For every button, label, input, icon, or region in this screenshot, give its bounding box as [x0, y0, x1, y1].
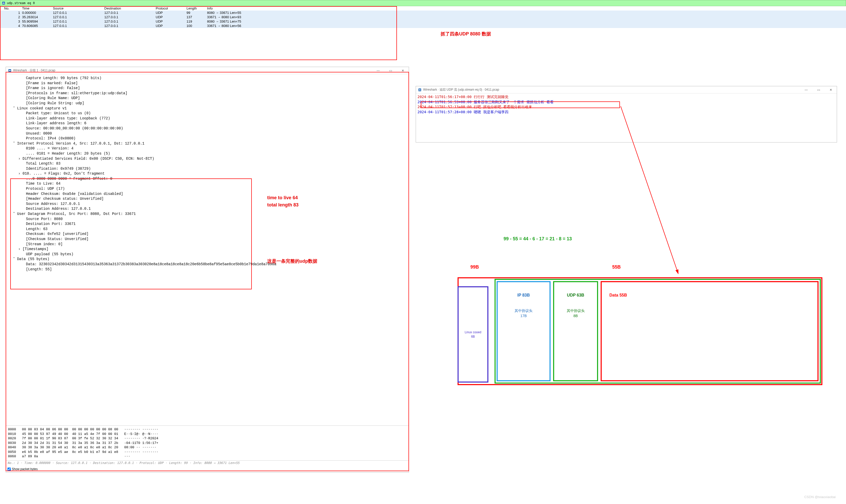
detail-line[interactable]: [Coloring Rule Name: UDP] [8, 96, 407, 101]
annotation-len: total length 83 [267, 202, 299, 208]
detail-line[interactable]: .... 0101 = Header Length: 20 bytes (5) [8, 151, 407, 156]
detail-line[interactable]: Identification: 0x9749 (38729) [8, 166, 407, 172]
detail-line[interactable]: Destination Port: 33671 [8, 221, 407, 227]
detail-line[interactable]: Destination Address: 127.0.0.1 [8, 206, 407, 212]
hex-row[interactable]: 0050 e6 b5 8b e8 af 95 e5 ae 8c e5 b0 b1… [8, 450, 407, 454]
detail-line[interactable]: Packet type: Unicast to us (0) [8, 111, 407, 116]
detail-line[interactable]: [Frame is ignored: False] [8, 86, 407, 91]
wireshark-icon [8, 69, 12, 72]
follow-stream-line[interactable]: 2024-04-11T01:57:28+08:00 嗯嗯 我是客户端李四 [418, 110, 835, 115]
diag-box-ip: IP 83B 其中协议头 17B [497, 281, 550, 381]
follow-stream-line[interactable]: 2024-04-11T01:56:17+08:00 行行行 测试完就睡觉 [418, 94, 835, 100]
diag-label-55: 55B [612, 265, 621, 270]
detail-line[interactable]: UDP payload (55 bytes) [8, 252, 407, 257]
detail-line[interactable]: › 010. .... = Flags: 0x2, Don't fragment [8, 171, 407, 176]
wireshark-icon [418, 88, 422, 92]
packet-list-header: No. Time Source Destination Protocol Len… [0, 6, 846, 11]
show-packet-bytes-checkbox[interactable] [7, 468, 11, 471]
hex-dump-pane[interactable]: 0000 00 00 03 04 00 06 00 00 00 00 00 00… [6, 426, 409, 460]
detail-line[interactable]: Source Address: 127.0.0.1 [8, 201, 407, 207]
minimize-button[interactable]: — [802, 88, 810, 92]
packet-row[interactable]: 235.263014127.0.0.1127.0.0.1UDP13733671 … [0, 15, 846, 19]
window-title: Wireshark · 追踪 UDP 流 (udp.stream eq 0) ·… [423, 88, 499, 92]
follow-udp-stream-window[interactable]: Wireshark · 追踪 UDP 流 (udp.stream eq 0) ·… [416, 86, 837, 143]
detail-line[interactable]: [Stream index: 0] [8, 242, 407, 247]
annotation-packets: 抓了四条UDP 8080 数据 [441, 31, 491, 37]
detail-line[interactable]: Header Checksum: 0xa54e [validation disa… [8, 192, 407, 197]
detail-line[interactable]: ˅ User Datagram Protocol, Src Port: 8080… [8, 212, 407, 217]
detail-line[interactable]: [Length: 55] [8, 267, 407, 272]
maximize-button[interactable]: ▭ [387, 69, 394, 72]
col-length[interactable]: Length [187, 6, 207, 10]
hex-row[interactable]: 0000 00 00 03 04 00 06 00 00 00 00 00 00… [8, 427, 407, 432]
hex-row[interactable]: 0030 2d 30 34 2d 31 31 54 30 31 3a 35 36… [8, 441, 407, 446]
diag-label-99: 99B [471, 265, 479, 270]
detail-line[interactable]: Length: 63 [8, 227, 407, 232]
detail-line[interactable]: Source: 00:00:00_00:00:00 (00:00:00:00:0… [8, 126, 407, 131]
detail-line[interactable]: Source Port: 8080 [8, 217, 407, 222]
detail-line[interactable]: Checksum: 0xfe52 [unverified] [8, 232, 407, 237]
hex-row[interactable]: 0010 45 00 00 53 97 49 40 00 40 11 a5 4e… [8, 432, 407, 436]
detail-line[interactable]: Unused: 0000 [8, 131, 407, 136]
detail-line[interactable]: [Protocols in frame: sll:ethertype:ip:ud… [8, 91, 407, 96]
follow-stream-line[interactable]: 2024-04-11T01:57:13+08:00 行吧 抓包分析吧 看看能分析… [418, 105, 835, 110]
packet-details-window[interactable]: Wireshark · 分组 1 · 0411.pcap — ▭ ✕ Captu… [6, 67, 409, 472]
annotation-ttl: time to live 64 [267, 195, 298, 200]
detail-line[interactable]: 0100 .... = Version: 4 [8, 146, 407, 151]
detail-line[interactable]: ˅ Data (55 bytes) [8, 257, 407, 262]
detail-line[interactable]: Time to Live: 64 [8, 181, 407, 186]
detail-line[interactable]: Protocol: IPv4 (0x0800) [8, 136, 407, 141]
detail-line[interactable]: ˅ Internet Protocol Version 4, Src: 127.… [8, 141, 407, 146]
hex-row[interactable]: 0060 a7 89 0a ··· [8, 454, 407, 459]
packet-structure-diagram: 99B 55B Linux cooed 6B IP 83B 其中协议头 17B … [458, 277, 825, 388]
col-time[interactable]: Time [22, 6, 53, 10]
show-packet-bytes-row[interactable]: Show packet bytes [6, 466, 409, 472]
detail-line[interactable]: › Differentiated Services Field: 0x00 (D… [8, 156, 407, 162]
detail-line[interactable]: ˅ Linux cooked capture v1 [8, 106, 407, 111]
wireshark-icon [2, 1, 5, 5]
detail-line[interactable]: [Checksum Status: Unverified] [8, 237, 407, 242]
col-proto[interactable]: Protocol [156, 6, 187, 10]
display-filter-bar[interactable] [0, 0, 846, 6]
packet-row[interactable]: 470.606085127.0.0.1127.0.0.1UDP10033671 … [0, 24, 846, 28]
col-dest[interactable]: Destination [104, 6, 156, 10]
detail-line[interactable]: Link-layer address length: 6 [8, 121, 407, 126]
follow-stream-content[interactable]: 2024-04-11T01:56:17+08:00 行行行 测试完就睡觉2024… [416, 93, 837, 115]
hex-row[interactable]: 0040 30 38 3a 30 30 20 e8 a1 8c e8 a1 8c… [8, 445, 407, 450]
hex-row[interactable]: 0020 7f 00 00 01 1f 90 83 87 00 3f fe 52… [8, 436, 407, 441]
follow-stream-line[interactable]: 2024-04-11T01:56:53+08:00 服务器张三刚刚又来了一个需求… [418, 100, 835, 105]
detail-line[interactable]: [Header checksum status: Unverified] [8, 196, 407, 201]
display-filter-input[interactable] [7, 1, 844, 5]
annotation-udp: 这是一条完整的udp数据 [267, 258, 317, 264]
packet-row[interactable]: 355.909594127.0.0.1127.0.0.1UDP1198080 →… [0, 19, 846, 24]
detail-line[interactable]: › [Timestamps] [8, 247, 407, 252]
col-info[interactable]: Info [207, 6, 842, 10]
window-controls: — ▭ ✕ [802, 88, 835, 92]
window-controls: — ▭ ✕ [374, 69, 407, 72]
detail-line[interactable]: Data: 323032342d30342d31315430313a35363a… [8, 262, 407, 267]
close-button[interactable]: ✕ [399, 69, 407, 72]
packet-row[interactable]: 10.000000127.0.0.1127.0.0.1UDP998080 → 3… [0, 11, 846, 15]
detail-line[interactable]: [Frame is marked: False] [8, 81, 407, 86]
detail-line[interactable]: Link-layer address type: Loopback (772) [8, 116, 407, 121]
detail-line[interactable]: [Coloring Rule String: udp] [8, 101, 407, 106]
status-bar: No.: 1 · Time: 0.000000 · Source: 127.0.… [6, 460, 409, 466]
watermark: CSDN @txiaoxiaobai [805, 495, 836, 499]
calc-expression: 99 - 55 = 44 - 6 - 17 = 21 - 8 = 13 [504, 236, 572, 241]
minimize-button[interactable]: — [374, 69, 382, 72]
packet-list[interactable]: No. Time Source Destination Protocol Len… [0, 6, 846, 28]
packet-details-tree[interactable]: Capture Length: 99 bytes (792 bits)[Fram… [6, 74, 409, 426]
window-titlebar[interactable]: Wireshark · 分组 1 · 0411.pcap — ▭ ✕ [6, 67, 409, 74]
diag-box-linux: Linux cooed 6B [458, 286, 488, 382]
detail-line[interactable]: Total Length: 83 [8, 161, 407, 166]
maximize-button[interactable]: ▭ [815, 88, 822, 92]
detail-line[interactable]: ...0 0000 0000 0000 = Fragment Offset: 0 [8, 176, 407, 181]
close-button[interactable]: ✕ [827, 88, 835, 92]
detail-line[interactable]: Protocol: UDP (17) [8, 186, 407, 192]
window-titlebar[interactable]: Wireshark · 追踪 UDP 流 (udp.stream eq 0) ·… [416, 86, 837, 93]
detail-line[interactable]: Capture Length: 99 bytes (792 bits) [8, 76, 407, 81]
col-source[interactable]: Source [53, 6, 104, 10]
show-packet-bytes-label: Show packet bytes [12, 467, 38, 471]
col-no[interactable]: No. [4, 6, 22, 10]
window-title: Wireshark · 分组 1 · 0411.pcap [13, 68, 55, 73]
